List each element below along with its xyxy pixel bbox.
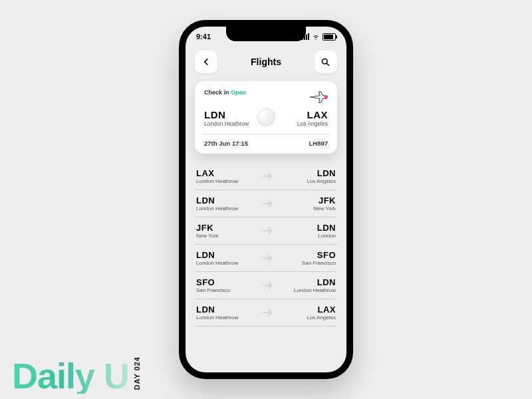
row-origin-airport: London Heathrow (196, 260, 238, 266)
airplane-icon (259, 197, 273, 210)
branding: Daily U DAY 024 (12, 356, 141, 394)
svg-line-1 (327, 63, 329, 65)
flight-row[interactable]: LDN London Heathrow LAX Los Angeles (195, 299, 337, 327)
row-destination-code: LDN (307, 168, 336, 178)
route-loading-icon (257, 108, 275, 126)
featured-origin: LDN London Heathrow (204, 109, 249, 127)
row-origin: LDN London Heathrow (196, 196, 238, 211)
search-button[interactable] (315, 51, 337, 73)
row-origin-airport: London Heathrow (196, 178, 238, 184)
row-destination-airport: London Heathrow (294, 287, 336, 293)
search-icon (321, 57, 331, 67)
row-origin-airport: New York (196, 233, 219, 239)
flight-row[interactable]: SFO San Francisco LDN London Heathrow (195, 272, 337, 299)
row-origin-code: SFO (196, 277, 230, 287)
row-origin: JFK New York (196, 223, 219, 239)
phone-frame: 9:41 Flights (179, 20, 353, 379)
header-bar: Flights (186, 47, 346, 81)
featured-flight-card[interactable]: Check in Open LDN London Heathrow (195, 81, 337, 154)
checkin-label: Check in (204, 89, 229, 96)
row-destination: LAX Los Angeles (307, 305, 336, 321)
branding-title: Daily U (12, 358, 129, 394)
flight-list[interactable]: LAX London Heathrow LDN Los Angeles LDN … (195, 163, 337, 327)
battery-icon (323, 33, 336, 41)
row-destination: SFO San Francisco (302, 250, 336, 266)
card-divider (203, 134, 329, 134)
status-indicators (302, 33, 336, 41)
row-destination-airport: New York (313, 205, 336, 211)
checkin-status-value: Open (231, 89, 246, 96)
branding-day: DAY 024 (133, 356, 141, 390)
row-destination-code: JFK (313, 196, 336, 205)
featured-flight-number: LH897 (309, 140, 328, 147)
back-button[interactable] (195, 51, 217, 73)
flight-row[interactable]: LAX London Heathrow LDN Los Angeles (195, 163, 337, 190)
status-time: 9:41 (196, 33, 211, 41)
flight-row[interactable]: JFK New York LDN London (195, 217, 337, 245)
row-destination-airport: San Francisco (302, 260, 336, 266)
row-destination-code: SFO (302, 250, 336, 260)
row-origin-code: LDN (196, 196, 238, 205)
row-origin-code: JFK (196, 223, 219, 233)
page-title: Flights (251, 57, 281, 67)
row-destination: JFK New York (313, 196, 336, 211)
row-origin: LDN London Heathrow (196, 305, 238, 321)
airplane-icon (259, 251, 273, 265)
row-origin: LDN London Heathrow (196, 250, 238, 266)
row-origin-code: LAX (196, 168, 238, 178)
row-origin-airport: London Heathrow (196, 205, 238, 211)
row-origin-code: LDN (196, 250, 238, 260)
row-origin-code: LDN (196, 305, 238, 315)
row-destination: LDN London Heathrow (294, 277, 336, 293)
row-origin: SFO San Francisco (196, 277, 230, 293)
flight-row[interactable]: LDN London Heathrow SFO San Francisco (195, 245, 337, 272)
phone-notch (226, 27, 306, 41)
destination-airport: Los Angeles (297, 120, 328, 127)
phone-screen: 9:41 Flights (186, 27, 346, 372)
airplane-icon (259, 279, 273, 292)
row-destination-code: LDN (317, 223, 336, 233)
row-origin: LAX London Heathrow (196, 168, 238, 184)
row-destination-airport: London (317, 233, 336, 239)
flight-row[interactable]: LDN London Heathrow JFK New York (195, 190, 337, 217)
airplane-icon (259, 306, 273, 319)
featured-datetime: 27th Jun 17:15 (204, 140, 248, 147)
content-area: Check in Open LDN London Heathrow (186, 81, 346, 327)
row-destination-airport: Los Angeles (307, 178, 336, 184)
row-origin-airport: London Heathrow (196, 315, 238, 321)
checkin-status: Check in Open (204, 89, 246, 96)
row-destination-code: LAX (307, 305, 336, 315)
wifi-icon (312, 33, 320, 41)
featured-route: LDN London Heathrow LAX Los Angeles (204, 109, 328, 127)
airplane-icon (308, 89, 328, 105)
row-destination-airport: Los Angeles (307, 315, 336, 321)
chevron-left-icon (201, 57, 211, 66)
row-destination-code: LDN (294, 277, 336, 287)
origin-airport: London Heathrow (204, 120, 249, 127)
row-destination: LDN Los Angeles (307, 168, 336, 184)
featured-details: 27th Jun 17:15 LH897 (204, 140, 328, 147)
airplane-icon (259, 224, 273, 237)
row-destination: LDN London (317, 223, 336, 239)
airplane-icon (259, 170, 273, 183)
featured-destination: LAX Los Angeles (297, 109, 328, 127)
origin-code: LDN (204, 109, 249, 120)
destination-code: LAX (297, 109, 328, 120)
row-origin-airport: San Francisco (196, 287, 230, 293)
